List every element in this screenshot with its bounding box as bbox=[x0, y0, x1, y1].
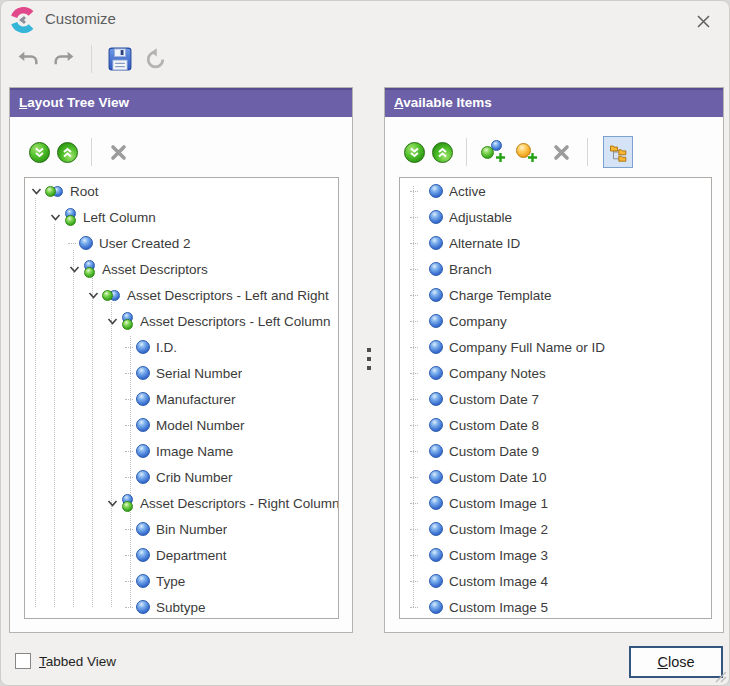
layout-panel-header: Layout Tree View bbox=[10, 88, 352, 117]
close-button[interactable]: Close bbox=[629, 646, 723, 678]
list-item[interactable]: Company Full Name or ID bbox=[400, 334, 711, 360]
list-item-label: Company bbox=[449, 314, 507, 329]
tree-item[interactable]: Asset Descriptors - Right Column bbox=[25, 490, 338, 516]
tree-item[interactable]: Root bbox=[25, 178, 338, 204]
list-item[interactable]: Company Notes bbox=[400, 360, 711, 386]
tree-connector bbox=[410, 347, 418, 348]
item-sphere-icon bbox=[429, 210, 443, 224]
tree-item[interactable]: Manufacturer bbox=[25, 386, 338, 412]
delete-icon[interactable] bbox=[548, 139, 574, 165]
chevron-down-icon[interactable] bbox=[106, 497, 118, 509]
list-item[interactable]: Custom Image 5 bbox=[400, 594, 711, 619]
list-item-label: Custom Image 5 bbox=[449, 600, 548, 615]
tree-connector bbox=[410, 373, 418, 374]
item-sphere-icon bbox=[136, 522, 150, 536]
list-item[interactable]: Branch bbox=[400, 256, 711, 282]
item-sphere-icon bbox=[429, 600, 443, 614]
list-item[interactable]: Charge Template bbox=[400, 282, 711, 308]
tree-connector bbox=[410, 555, 418, 556]
tree-item[interactable]: Left Column bbox=[25, 204, 338, 230]
tree-item[interactable]: Department bbox=[25, 542, 338, 568]
tree-connector bbox=[125, 581, 133, 582]
tree-connector bbox=[125, 399, 133, 400]
list-item[interactable]: Alternate ID bbox=[400, 230, 711, 256]
tree-item-label: Left Column bbox=[83, 210, 156, 225]
toolbar-separator bbox=[91, 45, 92, 73]
chevron-down-icon[interactable] bbox=[49, 211, 61, 223]
list-item[interactable]: Custom Image 1 bbox=[400, 490, 711, 516]
list-item[interactable]: Custom Date 7 bbox=[400, 386, 711, 412]
expand-all-icon[interactable] bbox=[29, 142, 50, 163]
tree-item[interactable]: Type bbox=[25, 568, 338, 594]
list-item[interactable]: Active bbox=[400, 178, 711, 204]
add-layout-item-icon[interactable] bbox=[480, 139, 507, 165]
expand-all-icon[interactable] bbox=[404, 142, 425, 163]
chevron-down-icon[interactable] bbox=[87, 289, 99, 301]
item-sphere-icon bbox=[429, 288, 443, 302]
tree-view-toggle-icon[interactable] bbox=[603, 136, 633, 168]
tree-connector bbox=[410, 399, 418, 400]
available-items-list: ActiveAdjustableAlternate IDBranchCharge… bbox=[399, 177, 712, 619]
list-item[interactable]: Custom Image 4 bbox=[400, 568, 711, 594]
tree-connector bbox=[410, 503, 418, 504]
item-sphere-icon bbox=[429, 548, 443, 562]
tree-item-label: User Created 2 bbox=[99, 236, 191, 251]
list-item-label: Custom Image 4 bbox=[449, 574, 548, 589]
revert-icon[interactable] bbox=[142, 46, 168, 72]
list-item-label: Company Full Name or ID bbox=[449, 340, 605, 355]
chevron-down-icon[interactable] bbox=[106, 315, 118, 327]
list-item[interactable]: Custom Image 2 bbox=[400, 516, 711, 542]
tree-connector bbox=[410, 451, 418, 452]
list-item-label: Custom Date 7 bbox=[449, 392, 539, 407]
list-item-label: Adjustable bbox=[449, 210, 512, 225]
tree-item[interactable]: User Created 2 bbox=[25, 230, 338, 256]
list-item-label: Custom Image 1 bbox=[449, 496, 548, 511]
list-item[interactable]: Company bbox=[400, 308, 711, 334]
list-item[interactable]: Custom Image 3 bbox=[400, 542, 711, 568]
list-item[interactable]: Adjustable bbox=[400, 204, 711, 230]
tree-item-label: Serial Number bbox=[156, 366, 242, 381]
list-item[interactable]: Custom Date 9 bbox=[400, 438, 711, 464]
redo-icon[interactable] bbox=[50, 46, 76, 72]
column-icon bbox=[64, 208, 77, 226]
tabbed-view-checkbox[interactable] bbox=[15, 653, 31, 669]
available-panel-toolbar bbox=[404, 136, 633, 168]
list-item[interactable]: Custom Date 10 bbox=[400, 464, 711, 490]
tree-item[interactable]: Image Name bbox=[25, 438, 338, 464]
tree-connector bbox=[410, 425, 418, 426]
tree-connector bbox=[410, 295, 418, 296]
tree-item[interactable]: Serial Number bbox=[25, 360, 338, 386]
list-item-label: Company Notes bbox=[449, 366, 546, 381]
tree-item[interactable]: Bin Number bbox=[25, 516, 338, 542]
tree-item[interactable]: Crib Number bbox=[25, 464, 338, 490]
chevron-down-icon[interactable] bbox=[68, 263, 80, 275]
tree-connector bbox=[125, 425, 133, 426]
tree-item[interactable]: Subtype bbox=[25, 594, 338, 619]
delete-icon[interactable] bbox=[105, 139, 131, 165]
resize-grip[interactable] bbox=[714, 670, 727, 683]
window-close-icon[interactable] bbox=[689, 9, 717, 33]
item-sphere-icon bbox=[136, 444, 150, 458]
list-item[interactable]: Custom Date 8 bbox=[400, 412, 711, 438]
tree-item-label: Model Number bbox=[156, 418, 245, 433]
app-toolbar bbox=[15, 45, 168, 73]
collapse-all-icon[interactable] bbox=[432, 142, 453, 163]
list-item-label: Alternate ID bbox=[449, 236, 520, 251]
undo-icon[interactable] bbox=[15, 46, 41, 72]
save-icon[interactable] bbox=[107, 46, 133, 72]
tree-item[interactable]: I.D. bbox=[25, 334, 338, 360]
panel-splitter-handle[interactable] bbox=[366, 348, 372, 370]
header-text: vailable Items bbox=[403, 95, 492, 110]
add-user-item-icon[interactable] bbox=[514, 139, 541, 165]
collapse-all-icon[interactable] bbox=[57, 142, 78, 163]
tree-item-label: Asset Descriptors bbox=[102, 262, 208, 277]
tree-item[interactable]: Model Number bbox=[25, 412, 338, 438]
item-sphere-icon bbox=[429, 366, 443, 380]
column-icon bbox=[121, 312, 134, 330]
tree-item[interactable]: Asset Descriptors bbox=[25, 256, 338, 282]
tree-connector bbox=[410, 321, 418, 322]
tree-item[interactable]: Asset Descriptors - Left and Right bbox=[25, 282, 338, 308]
chevron-down-icon[interactable] bbox=[30, 185, 42, 197]
tree-connector bbox=[410, 581, 418, 582]
tree-item[interactable]: Asset Descriptors - Left Column bbox=[25, 308, 338, 334]
